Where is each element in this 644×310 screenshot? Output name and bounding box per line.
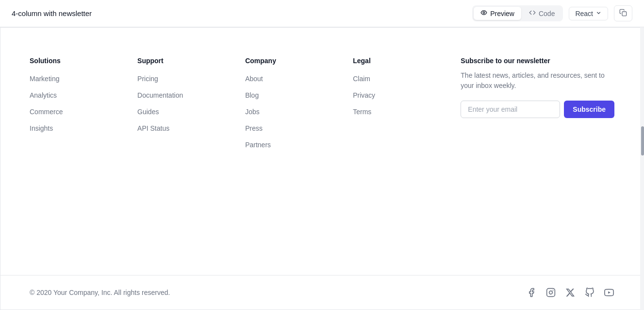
newsletter-title: Subscribe to our newsletter bbox=[461, 57, 614, 65]
commerce-link[interactable]: Commerce bbox=[30, 108, 63, 116]
code-tab[interactable]: Code bbox=[522, 7, 561, 20]
list-item: Commerce bbox=[30, 107, 118, 116]
pricing-link[interactable]: Pricing bbox=[137, 75, 158, 83]
newsletter-form: Subscribe bbox=[461, 101, 614, 118]
clipboard-button[interactable] bbox=[614, 5, 632, 21]
instagram-icon[interactable] bbox=[545, 287, 556, 298]
list-item: Privacy bbox=[353, 91, 441, 100]
list-item: Marketing bbox=[30, 74, 118, 83]
jobs-link[interactable]: Jobs bbox=[245, 108, 260, 116]
svg-point-0 bbox=[483, 12, 485, 14]
topbar-controls: Preview Code React bbox=[472, 5, 632, 21]
marketing-link[interactable]: Marketing bbox=[30, 75, 59, 83]
privacy-link[interactable]: Privacy bbox=[353, 91, 375, 99]
list-item: Analytics bbox=[30, 91, 118, 100]
topbar: 4-column with newsletter Preview Code Re… bbox=[0, 0, 644, 27]
legal-column: Legal Claim Privacy Terms bbox=[353, 57, 441, 149]
page-wrapper: Solutions Marketing Analytics Commerce I… bbox=[0, 27, 644, 310]
social-icons bbox=[526, 287, 614, 298]
support-heading: Support bbox=[137, 57, 226, 65]
company-heading: Company bbox=[245, 57, 333, 65]
solutions-column: Solutions Marketing Analytics Commerce I… bbox=[30, 57, 118, 149]
footer-content: Solutions Marketing Analytics Commerce I… bbox=[0, 28, 644, 275]
documentation-link[interactable]: Documentation bbox=[137, 91, 183, 99]
view-tab-group: Preview Code bbox=[472, 5, 563, 21]
terms-link[interactable]: Terms bbox=[353, 108, 371, 116]
legal-links: Claim Privacy Terms bbox=[353, 74, 441, 116]
press-link[interactable]: Press bbox=[245, 124, 263, 132]
react-dropdown-button[interactable]: React bbox=[569, 7, 608, 20]
code-tab-label: Code bbox=[539, 10, 555, 17]
insights-link[interactable]: Insights bbox=[30, 124, 53, 132]
newsletter-description: The latest news, articles, and resources… bbox=[461, 70, 614, 91]
company-links: About Blog Jobs Press Partners bbox=[245, 74, 333, 149]
list-item: Claim bbox=[353, 74, 441, 83]
support-column: Support Pricing Documentation Guides API… bbox=[137, 57, 226, 149]
svg-rect-1 bbox=[622, 12, 627, 16]
api-status-link[interactable]: API Status bbox=[137, 124, 169, 132]
scroll-thumb[interactable] bbox=[641, 126, 644, 155]
list-item: Jobs bbox=[245, 107, 333, 116]
list-item: Documentation bbox=[137, 91, 226, 100]
subscribe-label: Subscribe bbox=[573, 105, 606, 113]
list-item: API Status bbox=[137, 124, 226, 133]
chevron-down-icon bbox=[595, 10, 602, 17]
list-item: Guides bbox=[137, 107, 226, 116]
solutions-heading: Solutions bbox=[30, 57, 118, 65]
subscribe-button[interactable]: Subscribe bbox=[564, 101, 614, 118]
x-twitter-icon[interactable] bbox=[565, 287, 576, 298]
partners-link[interactable]: Partners bbox=[245, 141, 271, 149]
list-item: About bbox=[245, 74, 333, 83]
claim-link[interactable]: Claim bbox=[353, 75, 370, 83]
code-icon bbox=[529, 9, 536, 17]
preview-area: Solutions Marketing Analytics Commerce I… bbox=[0, 27, 644, 310]
svg-marker-4 bbox=[608, 291, 611, 293]
eye-icon bbox=[480, 9, 487, 17]
email-input[interactable] bbox=[461, 101, 560, 118]
react-label: React bbox=[575, 10, 593, 17]
svg-rect-2 bbox=[547, 289, 555, 297]
blog-link[interactable]: Blog bbox=[245, 91, 259, 99]
analytics-link[interactable]: Analytics bbox=[30, 91, 57, 99]
newsletter-column: Subscribe to our newsletter The latest n… bbox=[461, 57, 614, 149]
copyright-text: © 2020 Your Company, Inc. All rights res… bbox=[30, 289, 170, 296]
facebook-icon[interactable] bbox=[526, 287, 537, 298]
company-column: Company About Blog Jobs Press Partners bbox=[245, 57, 333, 149]
preview-tab-label: Preview bbox=[490, 10, 514, 17]
clipboard-icon bbox=[619, 9, 627, 18]
list-item: Partners bbox=[245, 140, 333, 149]
footer-columns: Solutions Marketing Analytics Commerce I… bbox=[30, 57, 614, 149]
list-item: Pricing bbox=[137, 74, 226, 83]
legal-heading: Legal bbox=[353, 57, 441, 65]
list-item: Press bbox=[245, 124, 333, 133]
list-item: Terms bbox=[353, 107, 441, 116]
github-icon[interactable] bbox=[584, 287, 595, 298]
list-item: Insights bbox=[30, 124, 118, 133]
footer-bottom: © 2020 Your Company, Inc. All rights res… bbox=[0, 275, 644, 310]
list-item: Blog bbox=[245, 91, 333, 100]
page-title: 4-column with newsletter bbox=[12, 9, 92, 17]
support-links: Pricing Documentation Guides API Status bbox=[137, 74, 226, 133]
solutions-links: Marketing Analytics Commerce Insights bbox=[30, 74, 118, 133]
guides-link[interactable]: Guides bbox=[137, 108, 159, 116]
scrollbar[interactable] bbox=[640, 27, 644, 310]
preview-tab[interactable]: Preview bbox=[474, 7, 521, 20]
about-link[interactable]: About bbox=[245, 75, 263, 83]
youtube-icon[interactable] bbox=[604, 287, 614, 298]
